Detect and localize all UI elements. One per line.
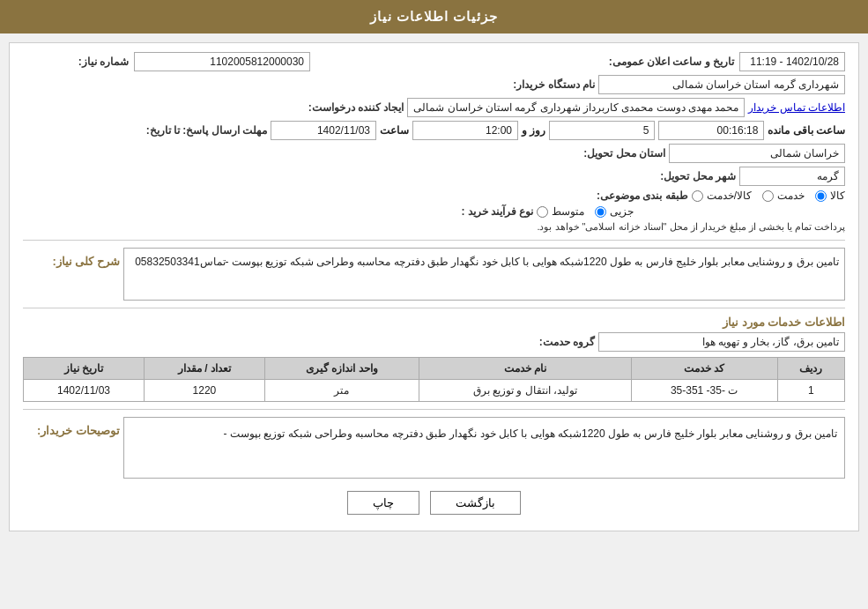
button-group: بازگشت چاپ — [23, 491, 845, 515]
process-desc: پرداخت تمام یا بخشی از مبلغ خریدار از مح… — [537, 221, 845, 233]
id-label: شماره نیاز: — [23, 56, 129, 68]
deadline-date: 1402/11/03 — [271, 121, 376, 140]
service-group-value: تامین برق، گاز، بخار و تهویه هوا — [598, 332, 845, 352]
need-desc-label: شرح کلی نیاز: — [23, 255, 120, 268]
process-label: نوع فرآیند خرید : — [427, 205, 533, 218]
radio-khadamat[interactable]: خدمت — [762, 189, 805, 202]
category-label: طبقه بندی موضوعی: — [582, 189, 688, 202]
province-label: استان محل تحویل: — [560, 147, 665, 160]
page-title: جزئیات اطلاعات نیاز — [0, 0, 868, 33]
contact-link[interactable]: اطلاعات تماس خریدار — [748, 101, 845, 114]
print-button[interactable]: چاپ — [347, 491, 419, 515]
deadline-label: مهلت ارسال پاسخ: تا تاریخ: — [161, 124, 267, 137]
date-label: تاریخ و ساعت اعلان عمومی: — [628, 56, 734, 68]
buyer-desc-box: تامین برق و روشنایی معابر بلوار خلیج فار… — [123, 417, 845, 479]
radio-kala-khadamat[interactable]: کالا/خدمت — [692, 189, 752, 202]
services-section-title: اطلاعات خدمات مورد نیاز — [23, 316, 845, 329]
creator-value: محمد مهدی دوست محمدی کاربرداز شهرداری گر… — [407, 98, 745, 117]
buyer-desc-label: توصیحات خریدار: — [23, 424, 120, 437]
col-date: تاریخ نیاز — [24, 358, 145, 380]
col-qty: تعداد / مقدار — [144, 358, 264, 380]
service-group-label: گروه حدمت: — [489, 336, 595, 348]
org-value: شهرداری گرمه استان خراسان شمالی — [598, 75, 845, 94]
radio-kala[interactable]: کالا — [815, 189, 845, 202]
radio-motavaset[interactable]: متوسط — [537, 205, 584, 218]
deadline-days-label: روز و — [522, 124, 545, 137]
need-desc-box: تامین برق و روشنایی معابر بلوار خلیج فار… — [123, 248, 845, 301]
org-label: نام دستگاه خریدار: — [489, 78, 595, 91]
creator-label: ایجاد کننده درخواست: — [298, 101, 404, 114]
date-value: 1402/10/28 - 11:19 — [739, 52, 845, 71]
radio-jozvi[interactable]: جزیی — [595, 205, 634, 218]
deadline-days: 5 — [549, 121, 655, 140]
deadline-remaining: 00:16:18 — [658, 121, 764, 140]
deadline-time-label: ساعت — [380, 124, 409, 137]
col-code: کد خدمت — [631, 358, 777, 380]
city-value: گرمه — [739, 167, 845, 186]
table-row: 1ت -35- 351-35تولید، انتقال و توزیع برقم… — [24, 380, 845, 402]
id-value: 1102005812000030 — [134, 52, 310, 71]
col-name: نام خدمت — [419, 358, 631, 380]
city-label: شهر محل تحویل: — [630, 170, 736, 182]
services-table: ردیف کد خدمت نام خدمت واحد اندازه گیری ت… — [23, 357, 845, 402]
col-row: ردیف — [777, 358, 844, 380]
deadline-time: 12:00 — [412, 121, 518, 140]
col-unit: واحد اندازه گیری — [264, 358, 419, 380]
back-button[interactable]: بازگشت — [430, 491, 521, 515]
province-value: خراسان شمالی — [669, 144, 845, 163]
deadline-remaining-label: ساعت باقی مانده — [768, 124, 845, 137]
